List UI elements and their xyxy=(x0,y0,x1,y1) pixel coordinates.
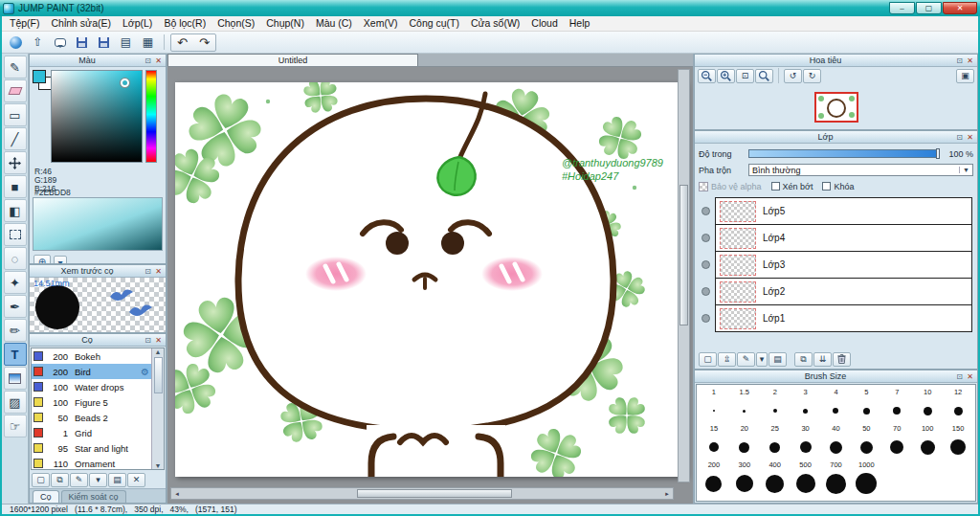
jump-cloud-button[interactable] xyxy=(6,34,26,52)
close-panel-icon[interactable]: ✕ xyxy=(965,371,975,382)
move-tool[interactable] xyxy=(4,151,27,174)
brush-size-option[interactable]: 2 xyxy=(760,388,791,424)
horizontal-scrollbar[interactable]: ◂ ▸ xyxy=(170,487,674,500)
brush-size-option[interactable]: 40 xyxy=(821,424,852,460)
brush-size-option[interactable]: 5 xyxy=(851,388,881,424)
import-layer-button[interactable]: ⇫ xyxy=(718,352,736,367)
brush-list-item[interactable]: 1Grid xyxy=(32,425,151,440)
menu-item-9[interactable]: Công cụ(T) xyxy=(403,16,465,31)
actual-size-button[interactable] xyxy=(755,69,773,83)
menu-item-1[interactable]: Tệp(F) xyxy=(4,16,46,31)
popout-icon[interactable]: ⊡ xyxy=(954,371,965,382)
hand-tool[interactable]: ☞ xyxy=(4,415,27,437)
edit-brush-button[interactable]: ✎ xyxy=(70,473,88,487)
document-tab[interactable]: Untitled xyxy=(167,54,418,66)
vertical-scrollbar[interactable] xyxy=(678,69,690,482)
brightness-gradient[interactable] xyxy=(33,197,163,251)
popout-icon[interactable]: ⊡ xyxy=(954,132,965,143)
close-panel-icon[interactable]: ✕ xyxy=(153,266,164,277)
canvas[interactable]: @tranthuyduong9789 #Hoidap247 xyxy=(175,82,686,477)
brush-size-option[interactable]: 300 xyxy=(729,460,760,497)
fill-tool[interactable]: ◧ xyxy=(4,199,27,222)
lasso-tool[interactable]: ◌ xyxy=(4,247,27,270)
brush-folder-button[interactable]: ▤ xyxy=(108,473,126,487)
brush-size-option[interactable]: 7 xyxy=(881,388,912,424)
menu-item-4[interactable]: Bộ lọc(R) xyxy=(158,16,212,31)
pattern-tool[interactable]: ▨ xyxy=(4,391,27,414)
minimize-button[interactable]: – xyxy=(889,2,915,14)
web-color-button[interactable]: ⊕ xyxy=(33,255,51,264)
brush-list-item[interactable]: 100Figure 5 xyxy=(32,394,151,410)
brush-size-option[interactable]: 100 xyxy=(912,424,943,460)
blend-mode-select[interactable]: Bình thường ▼ xyxy=(748,164,973,176)
brush-tool[interactable]: ✎ xyxy=(4,56,27,79)
hscroll-thumb[interactable] xyxy=(357,489,512,498)
menu-item-3[interactable]: Lớp(L) xyxy=(117,16,158,31)
clip-checkbox[interactable] xyxy=(771,182,780,191)
popout-icon[interactable]: ⊡ xyxy=(954,56,965,66)
brush-size-option[interactable]: 25 xyxy=(760,424,791,460)
brush-list-item[interactable]: 200Bird⚙ xyxy=(32,364,151,379)
menu-item-10[interactable]: Cửa sổ(W) xyxy=(465,16,525,31)
maximize-button[interactable]: ▢ xyxy=(916,2,942,14)
layer-row[interactable]: Lớp5 xyxy=(697,197,972,225)
scroll-right-icon[interactable]: ▸ xyxy=(661,490,673,498)
brush-size-option[interactable]: 200 xyxy=(699,460,729,497)
rotate-ccw-button[interactable]: ↺ xyxy=(784,69,802,83)
eraser-tool[interactable] xyxy=(4,79,27,102)
select-rect-tool[interactable] xyxy=(4,223,27,246)
list-view-button[interactable]: ▤ xyxy=(116,34,136,52)
layer-visibility-dot[interactable] xyxy=(702,314,710,323)
popout-icon[interactable]: ⊡ xyxy=(143,56,153,66)
rotate-cw-button[interactable]: ↻ xyxy=(803,69,821,83)
shape-tool[interactable]: ■ xyxy=(4,175,27,198)
merge-down-button[interactable]: ⇊ xyxy=(813,352,832,367)
brush-settings-icon[interactable]: ⚙ xyxy=(141,367,149,377)
brush-options-button[interactable]: ▾ xyxy=(89,473,107,487)
sv-cursor[interactable] xyxy=(121,79,129,87)
popout-icon[interactable]: ⊡ xyxy=(143,266,153,277)
menu-item-12[interactable]: Help xyxy=(564,16,596,31)
undo-button[interactable]: ↶ xyxy=(171,34,193,51)
brush-size-option[interactable]: 4 xyxy=(821,388,852,424)
edit-layer-button[interactable]: ✎ xyxy=(737,352,755,367)
fit-view-button[interactable]: ⊡ xyxy=(736,69,754,83)
menu-item-8[interactable]: Xem(V) xyxy=(358,16,404,31)
foreground-color-swatch[interactable] xyxy=(33,70,46,83)
tab-brush-control[interactable]: Kiểm soát cọ xyxy=(61,490,126,503)
close-panel-icon[interactable]: ✕ xyxy=(153,56,164,66)
popout-icon[interactable]: ⊡ xyxy=(143,335,153,346)
duplicate-layer-button[interactable]: ⧉ xyxy=(794,352,813,367)
brush-list-item[interactable]: 50Beads 2 xyxy=(32,410,151,425)
saturation-value-picker[interactable] xyxy=(51,70,143,163)
brush-size-option[interactable]: 12 xyxy=(943,388,973,424)
brush-list-item[interactable]: 95Star and light xyxy=(32,440,151,456)
gradient-tool[interactable] xyxy=(4,367,27,390)
close-button[interactable]: ✕ xyxy=(943,2,977,14)
brush-size-option[interactable]: 400 xyxy=(760,460,791,497)
brush-size-option[interactable]: 1.5 xyxy=(729,388,760,424)
brush-size-option[interactable]: 20 xyxy=(729,424,760,460)
menu-item-11[interactable]: Cloud xyxy=(525,16,563,31)
layer-row[interactable]: Lớp1 xyxy=(697,304,972,332)
text-tool[interactable]: T xyxy=(4,343,27,366)
redo-button[interactable]: ↷ xyxy=(193,34,215,51)
layer-row[interactable]: Lớp3 xyxy=(697,251,972,279)
brush-size-option[interactable]: 1 xyxy=(699,388,729,424)
brush-size-option[interactable]: 70 xyxy=(881,424,912,460)
menu-item-2[interactable]: Chỉnh sửa(E) xyxy=(46,16,117,31)
pencil-tool[interactable]: ✏ xyxy=(4,319,27,342)
brush-list-scrollbar[interactable]: ▲ ▼ xyxy=(151,348,164,469)
grid-view-button[interactable]: ▦ xyxy=(138,34,158,52)
duplicate-brush-button[interactable]: ⧉ xyxy=(51,473,69,487)
palette-arrow-button[interactable]: ▾ xyxy=(54,256,67,264)
layer-visibility-dot[interactable] xyxy=(702,287,710,296)
layer-visibility-dot[interactable] xyxy=(702,234,710,242)
hue-slider[interactable] xyxy=(145,70,157,163)
layer-visibility-dot[interactable] xyxy=(702,260,710,269)
new-layer-button[interactable]: ▢ xyxy=(699,352,717,367)
layer-row[interactable]: Lớp4 xyxy=(697,224,972,252)
tab-brush[interactable]: Cọ xyxy=(33,490,59,503)
close-panel-icon[interactable]: ✕ xyxy=(965,132,975,143)
brush-list-item[interactable]: 200Bokeh xyxy=(32,348,151,364)
